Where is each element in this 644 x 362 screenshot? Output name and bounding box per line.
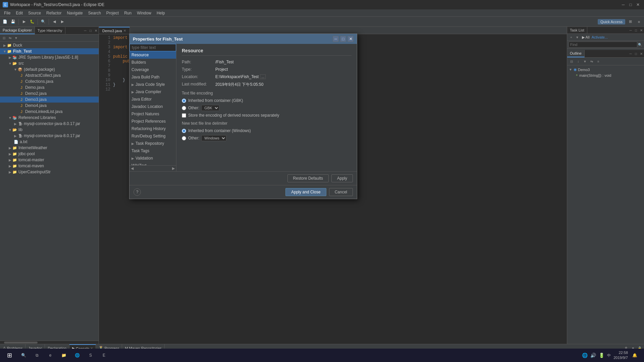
back-btn[interactable]: ◀ <box>51 18 58 25</box>
menu-refactor[interactable]: Refactor <box>44 10 64 16</box>
radio-other-delimiter-input[interactable] <box>182 136 186 140</box>
tasklist-add-btn[interactable]: + <box>569 35 574 40</box>
start-button[interactable]: ⊞ <box>3 349 16 361</box>
outline-maximize-btn[interactable]: □ <box>633 51 639 56</box>
nav-item-java-editor[interactable]: Java Editor <box>129 96 176 103</box>
store-encoding-row[interactable]: Store the encoding of derived resources … <box>182 113 352 118</box>
edge-btn[interactable]: e <box>44 349 56 361</box>
tray-battery-icon[interactable]: 🔋 <box>599 353 604 358</box>
cancel-button[interactable]: Cancel <box>329 188 353 196</box>
open-perspective-btn[interactable]: ⊞ <box>627 18 634 25</box>
encoding-select[interactable]: GBK <box>201 105 219 111</box>
search-btn[interactable]: 🔍 <box>40 18 47 25</box>
nav-item-javadoc-location[interactable]: Javadoc Location <box>129 103 176 110</box>
dialog-minimize-btn[interactable]: ─ <box>333 36 339 42</box>
apply-button[interactable]: Apply <box>331 174 353 182</box>
outline-menu-btn[interactable]: ≡ <box>595 58 601 64</box>
nav-item-resource[interactable]: Resource <box>129 51 176 59</box>
right-panel-close-btn[interactable]: ✕ <box>639 27 644 33</box>
radio-other-encoding-input[interactable] <box>182 106 186 110</box>
tree-item-jdbc-pool[interactable]: ▶ 📁 jdbc-pool <box>0 151 99 157</box>
link-editor-btn[interactable]: ⇆ <box>7 35 13 41</box>
right-panel-maximize-btn[interactable]: □ <box>633 27 639 33</box>
activate-label[interactable]: Activate... <box>592 35 608 39</box>
outline-link-btn[interactable]: ⇆ <box>589 58 595 64</box>
outline-item-demo3[interactable]: ▼ ◉ Demo3 <box>569 67 643 72</box>
menu-source[interactable]: Source <box>25 10 44 16</box>
dialog-restore-btn[interactable]: □ <box>340 36 346 42</box>
tree-item-lib[interactable]: ▼ 📂 lib <box>0 127 99 133</box>
nav-item-run-debug[interactable]: Run/Debug Setting <box>129 132 176 140</box>
left-panel-maximize-btn[interactable]: □ <box>88 28 93 33</box>
tree-item-mysql-jar-2[interactable]: ▶ 🗜 mysql-connector-java-8.0.17.jar <box>0 133 99 139</box>
tree-item-internetweather[interactable]: ▶ 📁 InternetWeather <box>0 145 99 151</box>
location-browse-btn[interactable]: ... <box>260 74 266 79</box>
tree-item-tomcat-master[interactable]: ▶ 📁 tomcat-master <box>0 157 99 163</box>
tree-item-atxt[interactable]: 📄 a.txt <box>0 139 99 145</box>
tree-item-src[interactable]: ▼ 📂 src <box>0 60 99 66</box>
tree-item-demo3[interactable]: J Demo3.java <box>0 97 99 103</box>
nav-item-builders[interactable]: Builders <box>129 59 176 66</box>
nav-item-project-natures[interactable]: Project Natures <box>129 110 176 118</box>
radio-inherited-gbk[interactable]: Inherited from container (GBK) <box>182 98 352 103</box>
dialog-close-btn[interactable]: ✕ <box>347 36 354 42</box>
nav-item-coverage[interactable]: Coverage <box>129 66 176 73</box>
menu-file[interactable]: File <box>1 10 13 16</box>
toolbar-layout-btn[interactable]: ≡ <box>635 18 643 25</box>
menu-search[interactable]: Search <box>86 10 104 16</box>
maximize-button[interactable]: □ <box>627 2 634 7</box>
nav-item-project-references[interactable]: Project References <box>129 118 176 125</box>
tab-task-list[interactable]: Task List <box>567 27 587 34</box>
ide-btn[interactable]: E <box>98 349 110 361</box>
nav-item-refactoring-history[interactable]: Refactoring History <box>129 125 176 132</box>
tree-item-fish-test[interactable]: ▼ 📁 Fish_Test <box>0 48 99 54</box>
apply-close-button[interactable]: Apply and Close <box>285 188 326 196</box>
nav-item-java-code-style[interactable]: ▶ Java Code Style <box>129 81 176 88</box>
tree-item-ref-libs[interactable]: ▼ 📚 Referenced Libraries <box>0 115 99 121</box>
input-method-label[interactable]: 中 <box>607 353 611 358</box>
tree-item-tomcat-maven[interactable]: ▶ 📁 tomcat-maven <box>0 163 99 169</box>
browser-btn[interactable]: 🌐 <box>71 349 83 361</box>
tree-item-abstractcollect[interactable]: J AbstractCollect.java <box>0 72 99 78</box>
left-panel-hscroll[interactable] <box>0 341 99 344</box>
tray-network-icon[interactable]: 🌐 <box>582 353 588 358</box>
restore-defaults-button[interactable]: Restore Defaults <box>287 174 329 182</box>
nav-item-wikitext[interactable]: WikiText <box>129 162 176 165</box>
nav-item-validation[interactable]: ▶ Validation <box>129 155 176 162</box>
debug-btn[interactable]: 🐛 <box>29 18 36 25</box>
menu-window[interactable]: Window <box>134 10 154 16</box>
tree-item-default-pkg[interactable]: ▼ 📦 (default package) <box>0 66 99 72</box>
tray-speaker-icon[interactable]: 🔊 <box>590 353 596 358</box>
tab-package-explorer[interactable]: Package Explorer <box>0 27 35 34</box>
tree-item-jre[interactable]: ▶ 📚 JRE System Library [JavaSE-1.8] <box>0 54 99 60</box>
dialog-help-button[interactable]: ? <box>133 188 141 196</box>
radio-inherited-windows[interactable]: Inherited from container (Windows) <box>182 128 352 133</box>
tree-item-demo[interactable]: J Demo.java <box>0 84 99 90</box>
outline-item-main[interactable]: ⚬ main(String[]) : void <box>569 72 643 78</box>
notification-btn[interactable]: 🔔 <box>631 351 639 359</box>
tasklist-filter-btn[interactable]: ▼ <box>575 35 580 40</box>
left-panel-minimize-btn[interactable]: ─ <box>83 28 88 33</box>
tab-type-hierarchy[interactable]: Type Hierarchy <box>35 27 65 34</box>
outline-collapse-btn[interactable]: ⊟ <box>569 58 575 64</box>
tree-item-duck[interactable]: ▶ 📁 Duck <box>0 42 99 48</box>
quick-access-button[interactable]: Quick Access <box>598 19 625 24</box>
tab-outline[interactable]: Outline <box>567 50 585 57</box>
task-view-btn[interactable]: ⧉ <box>31 349 43 361</box>
dialog-filter-input[interactable] <box>129 44 176 51</box>
collapse-all-btn[interactable]: ⊟ <box>1 35 7 41</box>
store-encoding-checkbox[interactable] <box>182 113 186 118</box>
outline-filter-btn[interactable]: ▼ <box>582 58 588 64</box>
tree-item-mysql-jar-1[interactable]: ▶ 🗜 mysql-connector-java-8.0.17.jar <box>0 121 99 127</box>
nav-item-task-tags[interactable]: Task Tags <box>129 147 176 155</box>
nav-item-java-build-path[interactable]: Java Build Path <box>129 73 176 81</box>
tasklist-find-btn[interactable]: 🔍 <box>637 42 643 47</box>
left-panel-hscroll-thumb[interactable] <box>4 342 38 344</box>
menu-project[interactable]: Project <box>104 10 121 16</box>
snagit-btn[interactable]: S <box>85 349 97 361</box>
editor-tab-demo3[interactable]: Demo3.java ✕ <box>99 27 130 34</box>
forward-btn[interactable]: ▶ <box>59 18 66 25</box>
nav-scroll-left[interactable]: ◀ <box>131 166 133 171</box>
new-file-btn[interactable]: 📄 <box>1 18 9 25</box>
nav-item-java-compiler[interactable]: ▶ Java Compiler <box>129 88 176 96</box>
